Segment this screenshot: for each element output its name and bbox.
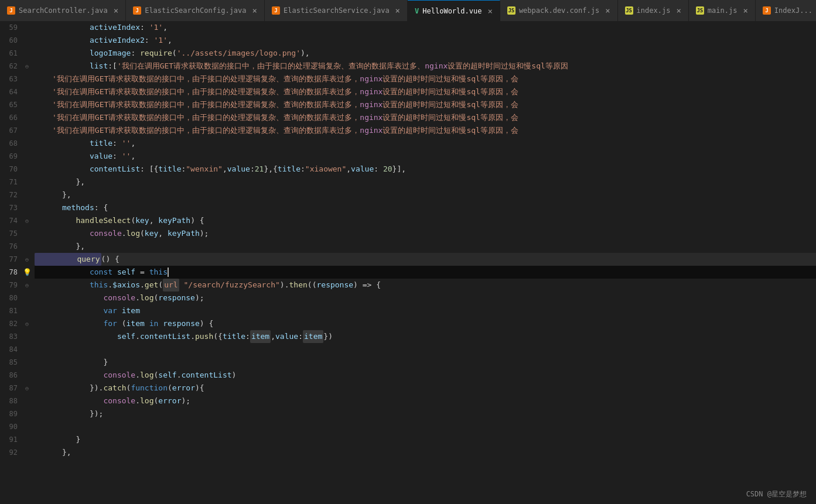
tab-elastic-service[interactable]: J ElasticSearchService.java ×	[265, 0, 408, 21]
java-icon-4: J	[763, 6, 771, 15]
java-icon-2: J	[133, 6, 141, 15]
code-line-63: '我们在调用GET请求获取数据的接口中，由于接口的处理逻辑复杂、查询的数据库表过…	[35, 73, 816, 85]
gutter-row-72: 72	[0, 188, 32, 201]
gutter-row-64: 64	[0, 85, 32, 98]
tab-index-java[interactable]: J IndexJ... ×	[756, 0, 816, 21]
code-line-64: '我们在调用GET请求获取数据的接口中，由于接口的处理逻辑复杂、查询的数据库表过…	[35, 85, 816, 98]
code-line-90	[35, 420, 816, 433]
code-line-60: activeIndex2: '1',	[35, 34, 816, 47]
gutter-row-88: 88	[0, 395, 32, 407]
tab-bar: J SearchController.java × J ElasticSearc…	[0, 0, 816, 21]
code-line-80: console.log(response);	[35, 292, 816, 304]
gutter-row-81: 81	[0, 304, 32, 317]
gutter-row-90: 90	[0, 420, 32, 433]
code-line-83: self.contentList.push({title:item,value:…	[35, 330, 816, 343]
tab-main-js[interactable]: JS main.js ×	[689, 0, 756, 21]
gutter-row-75: 75	[0, 227, 32, 240]
gutter-row-60: 60	[0, 34, 32, 47]
code-line-62: list:['我们在调用GET请求获取数据的接口中，由于接口的处理逻辑复杂、查询…	[35, 60, 816, 73]
code-line-84	[35, 343, 816, 356]
java-icon-3: J	[272, 6, 280, 15]
close-icon-1[interactable]: ×	[114, 6, 118, 15]
tab-label-8: IndexJ...	[774, 6, 812, 15]
gutter-row-73: 73	[0, 201, 32, 214]
code-line-87: }).catch(function(error){	[35, 382, 816, 395]
gutter-row-79: 79 ⊖	[0, 279, 32, 292]
gutter-row-78: 78 💡	[0, 266, 32, 279]
gutter-row-65: 65	[0, 98, 32, 111]
code-line-81: var item	[35, 304, 816, 317]
code-line-71: },	[35, 176, 816, 188]
gutter-row-59: 59	[0, 21, 32, 34]
gutter-row-76: 76	[0, 240, 32, 253]
code-line-65: '我们在调用GET请求获取数据的接口中，由于接口的处理逻辑复杂、查询的数据库表过…	[35, 98, 816, 111]
js-icon-2: JS	[625, 6, 633, 15]
tab-label-3: ElasticSearchService.java	[284, 6, 390, 15]
code-line-85: }	[35, 356, 816, 369]
gutter-row-82: 82 ⊖	[0, 317, 32, 330]
code-line-92: },	[35, 446, 816, 459]
watermark: CSDN @星空是梦想	[746, 489, 807, 499]
code-line-91: }	[35, 433, 816, 446]
tab-label-6: index.js	[637, 6, 671, 15]
tab-label-2: ElasticSearchConfig.java	[145, 6, 246, 15]
code-line-89: });	[35, 407, 816, 420]
tab-label-7: main.js	[708, 6, 738, 15]
gutter-row-63: 63	[0, 73, 32, 85]
code-line-75: console.log(key, keyPath);	[35, 227, 816, 240]
code-line-72: },	[35, 188, 816, 201]
gutter-row-87: 87 ⊖	[0, 382, 32, 395]
gutter-row-89: 89	[0, 407, 32, 420]
gutter-row-66: 66	[0, 111, 32, 124]
tab-hello-world[interactable]: V HelloWorld.vue ×	[408, 0, 500, 21]
code-line-82: for (item in response) {	[35, 317, 816, 330]
gutter-row-67: 67	[0, 124, 32, 137]
vue-icon: V	[415, 7, 419, 15]
java-icon-1: J	[7, 6, 15, 15]
gutter-row-91: 91	[0, 433, 32, 446]
code-line-59: activeIndex: '1',	[35, 21, 816, 34]
code-line-76: },	[35, 240, 816, 253]
gutter-row-84: 84	[0, 343, 32, 356]
code-line-66: '我们在调用GET请求获取数据的接口中，由于接口的处理逻辑复杂、查询的数据库表过…	[35, 111, 816, 124]
js-icon-1: JS	[507, 6, 515, 15]
code-line-79: this.$axios.get(url "/search/fuzzySearch…	[35, 279, 816, 292]
line-gutter: 59 60 61 62 ⊖ 63 64 65 66	[0, 21, 32, 504]
close-icon-4[interactable]: ×	[487, 6, 492, 16]
gutter-row-62: 62 ⊖	[0, 60, 32, 73]
tab-search-controller[interactable]: J SearchController.java ×	[0, 0, 126, 21]
code-line-70: contentList: [{title:"wenxin",value:21},…	[35, 163, 816, 176]
editor-area: 59 60 61 62 ⊖ 63 64 65 66	[0, 21, 816, 504]
gutter-row-86: 86	[0, 369, 32, 382]
tab-label-1: SearchController.java	[19, 6, 108, 15]
code-line-69: value: '',	[35, 150, 816, 163]
code-content[interactable]: activeIndex: '1', activeIndex2: '1', log…	[32, 21, 816, 504]
gutter-row-80: 80	[0, 292, 32, 304]
close-icon-5[interactable]: ×	[605, 6, 610, 15]
js-icon-3: JS	[696, 6, 704, 15]
gutter-row-71: 71	[0, 176, 32, 188]
tab-label-5: webpack.dev.conf.js	[519, 6, 599, 15]
close-icon-6[interactable]: ×	[676, 6, 681, 15]
gutter-row-92: 92	[0, 446, 32, 459]
tab-webpack[interactable]: JS webpack.dev.conf.js ×	[500, 0, 618, 21]
code-line-88: console.log(error);	[35, 395, 816, 407]
code-line-74: handleSelect(key, keyPath) {	[35, 214, 816, 227]
close-icon-7[interactable]: ×	[743, 6, 747, 15]
gutter-row-77: 77 ⊖	[0, 253, 32, 266]
gutter-row-69: 69	[0, 150, 32, 163]
tab-index-js[interactable]: JS index.js ×	[618, 0, 689, 21]
code-line-73: methods: {	[35, 201, 816, 214]
tab-label-4: HelloWorld.vue	[422, 7, 482, 15]
gutter-row-83: 83	[0, 330, 32, 343]
code-line-67: '我们在调用GET请求获取数据的接口中，由于接口的处理逻辑复杂、查询的数据库表过…	[35, 124, 816, 137]
code-line-86: console.log(self.contentList)	[35, 369, 816, 382]
code-line-78: const self = this	[35, 266, 816, 279]
tab-elastic-config[interactable]: J ElasticSearchConfig.java ×	[126, 0, 265, 21]
bulb-icon[interactable]: 💡	[22, 268, 32, 276]
gutter-row-70: 70	[0, 163, 32, 176]
close-icon-2[interactable]: ×	[252, 6, 257, 15]
close-icon-3[interactable]: ×	[395, 6, 400, 15]
gutter-row-85: 85	[0, 356, 32, 369]
gutter-row-61: 61	[0, 47, 32, 60]
